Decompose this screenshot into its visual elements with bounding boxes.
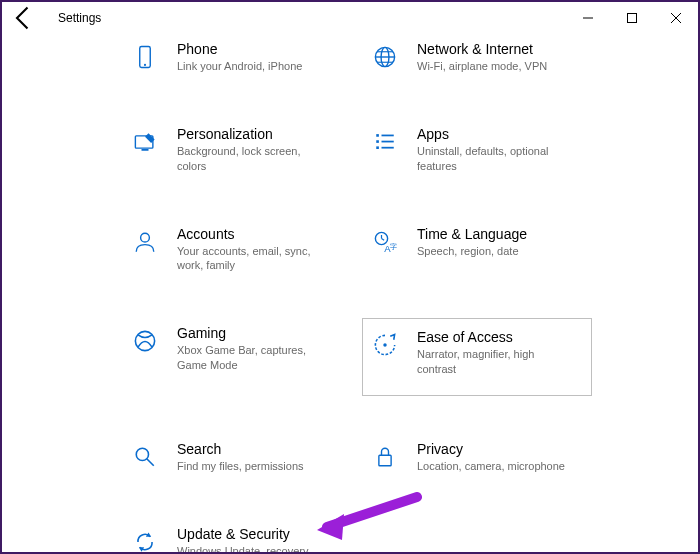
svg-text:字: 字 — [390, 243, 397, 250]
tile-desc: Background, lock screen, colors — [177, 144, 327, 174]
tile-desc: Speech, region, date — [417, 244, 527, 259]
person-icon — [129, 226, 161, 258]
svg-line-28 — [147, 459, 154, 466]
tile-title: Ease of Access — [417, 329, 567, 345]
lock-icon — [369, 441, 401, 473]
svg-point-5 — [144, 64, 146, 66]
tile-personalization[interactable]: Personalization Background, lock screen,… — [122, 119, 352, 181]
tile-gaming[interactable]: Gaming Xbox Game Bar, captures, Game Mod… — [122, 318, 352, 396]
svg-rect-15 — [376, 146, 379, 149]
svg-rect-13 — [376, 134, 379, 137]
titlebar: Settings — [2, 2, 698, 34]
tile-title: Update & Security — [177, 526, 327, 542]
tile-title: Accounts — [177, 226, 327, 242]
window-title: Settings — [58, 11, 101, 25]
close-icon — [671, 13, 681, 23]
window-controls — [566, 2, 698, 34]
tile-apps[interactable]: Apps Uninstall, defaults, optional featu… — [362, 119, 592, 181]
svg-rect-12 — [142, 149, 149, 151]
tile-desc: Xbox Game Bar, captures, Game Mode — [177, 343, 327, 373]
tile-accounts[interactable]: Accounts Your accounts, email, sync, wor… — [122, 219, 352, 281]
time-language-icon: A字 — [369, 226, 401, 258]
ease-of-access-icon — [369, 329, 401, 361]
tile-ease-of-access[interactable]: Ease of Access Narrator, magnifier, high… — [362, 318, 592, 396]
tile-phone[interactable]: Phone Link your Android, iPhone — [122, 34, 352, 81]
apps-list-icon — [369, 126, 401, 158]
tile-update-security[interactable]: Update & Security Windows Update, recove… — [122, 519, 352, 554]
tile-title: Search — [177, 441, 304, 457]
svg-rect-1 — [628, 14, 637, 23]
back-button[interactable] — [10, 4, 38, 32]
tile-desc: Narrator, magnifier, high contrast — [417, 347, 567, 377]
svg-rect-29 — [379, 455, 391, 466]
tile-title: Phone — [177, 41, 302, 57]
settings-content: Phone Link your Android, iPhone Network … — [2, 34, 698, 554]
tile-title: Time & Language — [417, 226, 527, 242]
tile-desc: Location, camera, microphone — [417, 459, 565, 474]
tile-desc: Find my files, permissions — [177, 459, 304, 474]
tile-search[interactable]: Search Find my files, permissions — [122, 434, 352, 481]
tile-network[interactable]: Network & Internet Wi-Fi, airplane mode,… — [362, 34, 592, 81]
settings-window: Settings Phone Link your Android, iPhone — [0, 0, 700, 554]
arrow-left-icon — [10, 4, 38, 32]
tile-desc: Uninstall, defaults, optional features — [417, 144, 567, 174]
minimize-icon — [583, 13, 593, 23]
tile-title: Privacy — [417, 441, 565, 457]
tile-title: Gaming — [177, 325, 327, 341]
sync-icon — [129, 526, 161, 554]
settings-grid: Phone Link your Android, iPhone Network … — [122, 34, 658, 554]
tile-title: Apps — [417, 126, 567, 142]
svg-rect-14 — [376, 140, 379, 143]
minimize-button[interactable] — [566, 2, 610, 34]
svg-point-26 — [383, 343, 387, 347]
maximize-icon — [627, 13, 637, 23]
tile-privacy[interactable]: Privacy Location, camera, microphone — [362, 434, 592, 481]
close-button[interactable] — [654, 2, 698, 34]
paintbrush-icon — [129, 126, 161, 158]
tile-title: Personalization — [177, 126, 327, 142]
tile-desc: Link your Android, iPhone — [177, 59, 302, 74]
tile-title: Network & Internet — [417, 41, 547, 57]
tile-time-language[interactable]: A字 Time & Language Speech, region, date — [362, 219, 592, 281]
tile-desc: Your accounts, email, sync, work, family — [177, 244, 327, 274]
phone-icon — [129, 41, 161, 73]
globe-icon — [369, 41, 401, 73]
svg-line-22 — [382, 238, 385, 240]
tile-desc: Windows Update, recovery, backup — [177, 544, 327, 554]
tile-desc: Wi-Fi, airplane mode, VPN — [417, 59, 547, 74]
search-icon — [129, 441, 161, 473]
svg-point-19 — [141, 233, 150, 242]
svg-point-27 — [136, 448, 148, 460]
xbox-icon — [129, 325, 161, 357]
maximize-button[interactable] — [610, 2, 654, 34]
